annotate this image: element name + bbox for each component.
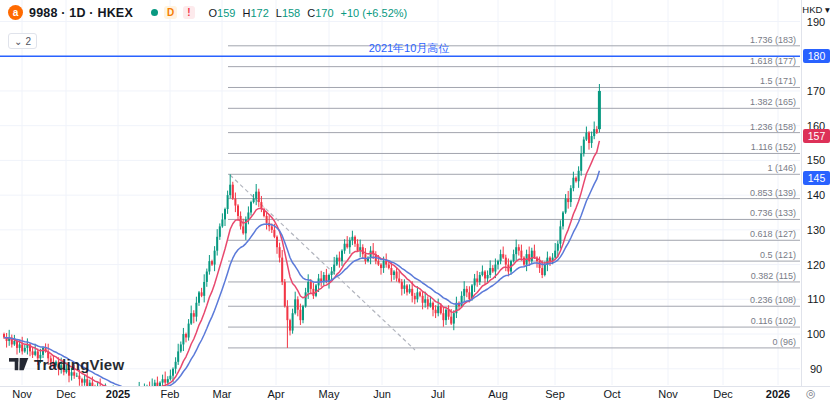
candlestick [520, 251, 522, 258]
candlestick [229, 185, 231, 195]
dashed-trendline [230, 175, 415, 350]
time-axis-tick: Oct [603, 388, 620, 400]
candlestick [549, 258, 551, 261]
candlestick [237, 206, 239, 216]
alert-badge[interactable]: ! [183, 6, 194, 19]
market-status-dot-icon[interactable] [151, 9, 158, 16]
candlestick [466, 289, 468, 292]
candlestick [450, 317, 452, 324]
candlestick [461, 296, 463, 306]
candlestick [289, 320, 291, 330]
candlestick [286, 306, 288, 320]
candlestick [481, 272, 483, 275]
candlestick [463, 289, 465, 296]
candlestick [588, 133, 590, 143]
candlestick [354, 237, 356, 244]
candlestick [557, 244, 559, 251]
high-value: 172 [250, 7, 268, 19]
delayed-data-badge[interactable]: D [164, 6, 177, 19]
candlestick [411, 289, 413, 296]
candlestick [211, 261, 213, 264]
candlestick [190, 313, 192, 323]
candlestick [513, 254, 515, 261]
fib-level-label: 1.116 (152) [751, 142, 796, 152]
candlestick [271, 226, 273, 229]
candlestick [78, 376, 80, 379]
price-axis-tick: 110 [802, 292, 830, 306]
fib-level-label: 0 (96) [772, 337, 796, 347]
candlestick [401, 282, 403, 289]
price-axis-tick: 120 [802, 258, 830, 272]
candlestick [185, 334, 187, 337]
candlestick [445, 310, 447, 320]
candlestick [206, 272, 208, 282]
currency-toggle[interactable]: HKD ▾ [802, 4, 830, 15]
candlestick [575, 178, 577, 181]
candlestick [273, 230, 275, 237]
price-chart-plot[interactable]: 2021年10月高位1.736 (183)1.618 (177)1.5 (171… [0, 0, 801, 386]
candlestick [346, 244, 348, 247]
ema-slow-price-badge: 145 [803, 171, 830, 185]
time-axis[interactable]: NovDec2025FebMarAprMayJunJulAugSepOctNov… [0, 386, 830, 401]
candlestick [258, 192, 260, 202]
fib-level-label: 0.382 (115) [751, 271, 796, 281]
candlestick [554, 251, 556, 258]
indicators-collapse-button[interactable]: ⌄ 2 [8, 33, 37, 49]
candlestick [299, 310, 301, 320]
candlestick [195, 303, 197, 317]
candlestick [497, 261, 499, 264]
candlestick [479, 275, 481, 282]
candlestick [294, 299, 296, 313]
candlestick [393, 272, 395, 275]
candlestick [383, 261, 385, 268]
candlestick [591, 136, 593, 143]
candlestick [349, 240, 351, 247]
change-value: +10 (+6.52%) [341, 7, 408, 19]
candlestick [541, 268, 543, 275]
time-axis-tick: Dec [713, 388, 733, 400]
candlestick [409, 289, 411, 292]
candlestick [502, 254, 504, 257]
symbol-title[interactable]: 9988 · 1D · HKEX [29, 6, 133, 20]
candlestick [13, 341, 15, 344]
candlestick [175, 362, 177, 369]
candlestick [523, 258, 525, 265]
candlestick [255, 192, 257, 199]
candlestick [474, 278, 476, 285]
candlestick [188, 324, 190, 338]
candlestick [216, 237, 218, 251]
candlestick [414, 296, 416, 299]
candlestick [544, 265, 546, 275]
fib-level-label: 0.116 (102) [751, 316, 796, 326]
candlestick [84, 379, 86, 382]
candlestick [297, 299, 299, 309]
price-axis[interactable]: HKD ▾ 1901801701601501401301201101009018… [801, 0, 830, 386]
tradingview-logo-text: TradingView [34, 356, 124, 373]
candlestick [167, 379, 169, 382]
candlestick [208, 261, 210, 271]
price-axis-tick: 170 [802, 84, 830, 98]
fib-level-label: 0.618 (127) [750, 229, 796, 239]
candlestick [598, 91, 601, 129]
tradingview-logo[interactable]: TradingView [9, 356, 124, 373]
time-axis-tick: 2025 [106, 388, 130, 400]
candlestick [310, 282, 312, 289]
time-axis-tick: Aug [488, 388, 508, 400]
candlestick [21, 344, 23, 351]
candlestick [518, 247, 520, 250]
horizontal-line-price-badge: 180 [803, 49, 830, 63]
time-axis-tick: 2026 [766, 388, 790, 400]
candlestick [500, 254, 502, 261]
close-value: 170 [315, 7, 333, 19]
candlestick [593, 129, 595, 136]
candlestick [214, 251, 216, 265]
candlestick [494, 265, 496, 272]
candlestick [34, 351, 36, 354]
candlestick [198, 292, 200, 302]
candlestick [468, 292, 470, 299]
candlestick [302, 306, 304, 320]
candlestick [476, 278, 478, 281]
candlestick [32, 351, 34, 354]
scale-settings-icon[interactable]: ◎ [806, 387, 816, 400]
price-axis-tick: 190 [802, 15, 830, 29]
